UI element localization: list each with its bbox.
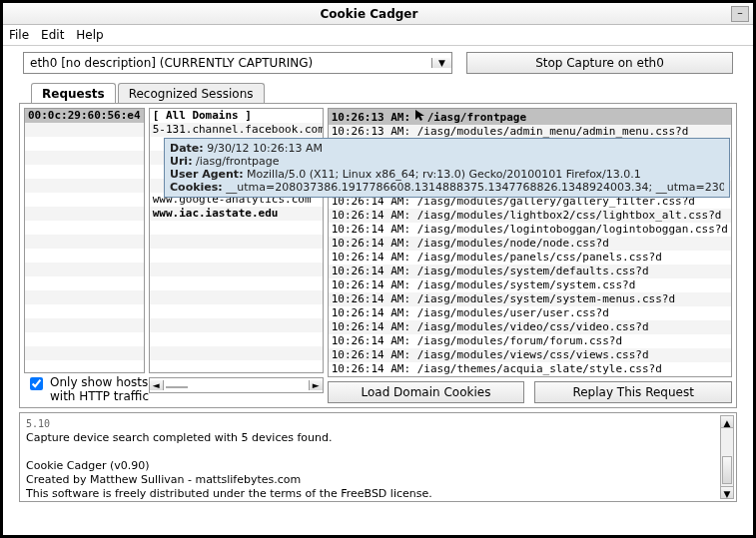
scroll-down-icon[interactable]: ▼ (721, 486, 733, 498)
log-vertical-scrollbar[interactable]: ▲ ▼ (720, 415, 734, 499)
list-item[interactable]: 10:26:14 AM: /iasg/themes/acquia_slate/s… (329, 362, 731, 376)
request-path: /iasg/frontpage (427, 111, 526, 124)
list-item[interactable]: 10:26:14 AM: /iasg/modules/system/defaul… (329, 265, 731, 278)
list-item[interactable]: 10:26:14 AM: /iasg/modules/system/system… (329, 292, 731, 306)
list-item[interactable]: www.iac.iastate.edu (150, 207, 323, 221)
request-timestamp: 10:26:14 AM: (332, 251, 417, 264)
scroll-thumb[interactable] (166, 386, 188, 388)
interface-select-text: eth0 [no description] (CURRENTLY CAPTURI… (24, 56, 431, 70)
window-title: Cookie Cadger (7, 7, 731, 21)
scroll-thumb[interactable] (722, 456, 732, 484)
request-timestamp: 10:26:14 AM: (332, 209, 417, 222)
list-item[interactable]: 10:26:13 AM: /iasg/modules/admin_menu/ad… (329, 125, 731, 139)
log-line: Cookie Cadger (v0.90) (26, 459, 730, 473)
request-path: /iasg/modules/logintoboggan/logintobogga… (417, 223, 728, 236)
cursor-icon (415, 110, 425, 125)
request-path: /iasg/modules/user/user.css?d (417, 306, 609, 319)
request-timestamp: 10:26:14 AM: (332, 334, 417, 347)
minimize-button[interactable]: – (731, 6, 749, 22)
scroll-right-icon[interactable]: ► (309, 380, 323, 390)
tab-strip: Requests Recognized Sessions (31, 82, 737, 103)
request-path: /iasg/modules/system/defaults.css?d (417, 265, 649, 277)
menu-help[interactable]: Help (76, 28, 103, 42)
request-path: /iasg/modules/system/system-menus.css?d (417, 292, 675, 305)
menubar: File Edit Help (3, 25, 753, 46)
request-timestamp: 10:26:14 AM: (332, 223, 417, 236)
checkbox-label-line1: Only show hosts (50, 375, 149, 389)
checkbox-label-line2: with HTTP traffic (50, 389, 149, 403)
list-item[interactable]: [ All Domains ] (150, 109, 323, 123)
scroll-up-icon[interactable]: ▲ (721, 416, 733, 428)
list-item[interactable]: 10:26:14 AM: /iasg/modules/views/css/vie… (329, 348, 731, 362)
menu-file[interactable]: File (9, 28, 29, 42)
list-item[interactable]: 00:0c:29:60:56:e4 (25, 109, 144, 123)
interface-select[interactable]: eth0 [no description] (CURRENTLY CAPTURI… (23, 52, 452, 74)
request-path: /iasg/modules/admin_menu/admin_menu.css?… (417, 125, 689, 138)
request-path: /iasg/modules/system/system.css?d (417, 278, 636, 291)
request-timestamp: 10:26:14 AM: (332, 320, 417, 333)
requests-panel: 00:0c:29:60:56:e4 [ All Domains ] 5 (19, 103, 737, 408)
only-http-hosts-checkbox[interactable] (30, 377, 43, 390)
domains-horizontal-scrollbar[interactable]: ◄ ► (149, 377, 324, 393)
log-line: This software is freely distributed unde… (26, 487, 730, 501)
request-timestamp: 10:26:14 AM: (332, 237, 417, 250)
request-path: /iasg/modules/node/node.css?d (417, 237, 609, 250)
request-timestamp: 10:26:14 AM: (332, 278, 417, 291)
tab-requests[interactable]: Requests (31, 83, 116, 104)
hosts-list[interactable]: 00:0c:29:60:56:e4 (24, 108, 145, 373)
request-path: /iasg/modules/lightbox2/css/lightbox_alt… (417, 209, 722, 222)
request-timestamp: 10:26:14 AM: (332, 292, 417, 305)
request-timestamp: 10:26:14 AM: (332, 348, 417, 361)
request-timestamp: 10:26:14 AM: (332, 362, 417, 375)
log-line: Capture device search completed with 5 d… (26, 431, 730, 445)
list-item[interactable]: 10:26:14 AM: /iasg/modules/lightbox2/css… (329, 209, 731, 223)
toolbar: eth0 [no description] (CURRENTLY CAPTURI… (3, 46, 753, 80)
list-item[interactable]: 10:26:14 AM: /iasg/modules/node/node.css… (329, 237, 731, 251)
titlebar: Cookie Cadger – (3, 3, 753, 25)
list-item[interactable]: 10:26:14 AM: /iasg/modules/panels/css/pa… (329, 251, 731, 265)
stop-capture-button[interactable]: Stop Capture on eth0 (466, 52, 733, 74)
log-line: Created by Matthew Sullivan - mattslifeb… (26, 473, 730, 487)
list-item[interactable]: 10:26:14 AM: /iasg/modules/logintoboggan… (329, 223, 731, 237)
menu-edit[interactable]: Edit (41, 28, 64, 42)
list-item[interactable]: 10:26:14 AM: /iasg/modules/forum/forum.c… (329, 334, 731, 348)
only-http-hosts-checkbox-row: Only show hosts with HTTP traffic (26, 375, 166, 403)
replay-request-button[interactable]: Replay This Request (534, 381, 732, 403)
tab-recognized-sessions[interactable]: Recognized Sessions (118, 83, 265, 104)
chevron-down-icon[interactable]: ▼ (431, 58, 451, 68)
request-path: /iasg/modules/panels/css/panels.css?d (417, 251, 662, 264)
list-item[interactable]: 10:26:14 AM: /iasg/modules/system/system… (329, 278, 731, 292)
list-item[interactable]: 10:26:14 AM: /iasg/modules/video/css/vid… (329, 320, 731, 334)
log-panel: 5.10 Capture device search completed wit… (19, 412, 737, 502)
request-timestamp: 10:26:13 AM: (332, 125, 417, 138)
list-item[interactable]: 5-131.channel.facebook.com (150, 123, 323, 137)
request-timestamp: 10:26:14 AM: (332, 265, 417, 277)
request-path: /iasg/modules/views/css/views.css?d (417, 348, 649, 361)
request-timestamp: 10:26:13 AM: (332, 111, 417, 124)
list-item[interactable]: 10:26:13 AM: /iasg/frontpage (329, 109, 731, 125)
list-item[interactable]: 10:26:14 AM: /iasg/modules/user/user.css… (329, 306, 731, 320)
request-path: /iasg/modules/video/css/video.css?d (417, 320, 649, 333)
request-tooltip: Date: 9/30/12 10:26:13 AM Uri: /iasg/fro… (164, 138, 730, 198)
request-path: /iasg/themes/acquia_slate/style.css?d (417, 362, 662, 375)
request-path: /iasg/modules/forum/forum.css?d (417, 334, 622, 347)
load-domain-cookies-button[interactable]: Load Domain Cookies (328, 381, 525, 403)
request-timestamp: 10:26:14 AM: (332, 306, 417, 319)
